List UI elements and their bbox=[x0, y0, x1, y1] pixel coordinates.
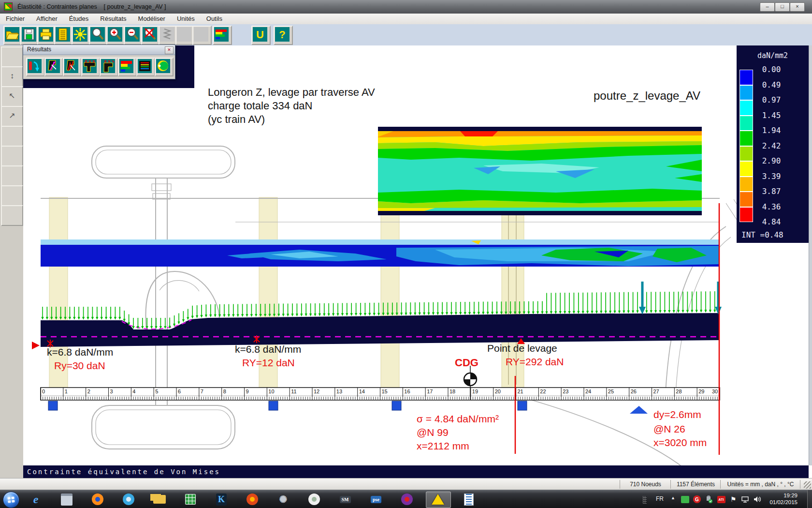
palette-mohr-circle-button[interactable] bbox=[155, 58, 174, 76]
tool-arrow-nw-button[interactable]: ↖ bbox=[1, 86, 23, 107]
palette-deformed-shape-button[interactable] bbox=[26, 58, 45, 76]
tool-6-button[interactable] bbox=[1, 146, 23, 166]
tray-icon-green-tool[interactable] bbox=[681, 495, 689, 504]
tray-expand-icon[interactable]: ▲ bbox=[671, 495, 675, 500]
toolbar-zoom-reset-button[interactable] bbox=[141, 26, 160, 45]
tray-icon-volume[interactable] bbox=[753, 495, 762, 504]
menu-unités[interactable]: Unités bbox=[171, 14, 201, 24]
toolbar-displacement-u-button[interactable]: U bbox=[251, 26, 271, 45]
tool-select-button[interactable] bbox=[1, 46, 23, 67]
tool-arrow-ne-button[interactable]: ↗ bbox=[1, 106, 23, 127]
taskbar-icon-settings-gear[interactable]: ✺ bbox=[273, 493, 294, 506]
taskbar-icon-k-app[interactable]: K bbox=[211, 493, 232, 506]
menu-études[interactable]: Études bbox=[63, 14, 94, 24]
legend-value-1: 0.49 bbox=[751, 80, 792, 90]
start-button[interactable] bbox=[3, 492, 19, 508]
taskbar-icon-red-app[interactable] bbox=[242, 493, 263, 506]
menu-modéliser[interactable]: Modéliser bbox=[132, 14, 171, 24]
toolbar-report-button[interactable] bbox=[54, 26, 73, 45]
taskbar-icon-writer-doc[interactable] bbox=[458, 493, 479, 506]
tray-icon-ati-catalyst[interactable]: ATI bbox=[717, 495, 725, 504]
toolbar-zoom-button[interactable] bbox=[89, 26, 108, 45]
toolbar-help-button[interactable]: ? bbox=[274, 26, 293, 45]
menu-afficher[interactable]: Afficher bbox=[30, 14, 63, 24]
palette-reactions-shape-button[interactable] bbox=[100, 58, 118, 76]
stress-note-2: @N 99 bbox=[417, 427, 449, 438]
results-palette-close-icon[interactable]: ✕ bbox=[165, 46, 174, 54]
scrollbar[interactable] bbox=[809, 45, 812, 465]
minimize-button[interactable]: – bbox=[760, 2, 775, 12]
taskbar-icon-media-purple[interactable] bbox=[396, 493, 418, 506]
tray-icon-usb-eject[interactable] bbox=[705, 495, 713, 504]
spring-mid-reaction-label: RY=12 daN bbox=[242, 357, 295, 369]
palette-stress-arrows-button[interactable] bbox=[63, 58, 82, 76]
zoom-out-icon bbox=[125, 27, 140, 42]
toolbar-color-scale-button[interactable] bbox=[213, 26, 232, 45]
tool-5-button[interactable] bbox=[1, 126, 23, 147]
taskbar-icon-messenger[interactable] bbox=[118, 493, 139, 506]
toolbar-blank-2-button bbox=[192, 26, 212, 45]
resize-grip[interactable] bbox=[804, 481, 811, 489]
toolbar-zoom-in-button[interactable] bbox=[106, 26, 126, 45]
close-button[interactable]: × bbox=[790, 2, 805, 12]
menu-bar: FichierAfficherÉtudesRésultatsModéliserU… bbox=[0, 14, 812, 25]
toolbar-open-button[interactable] bbox=[3, 26, 23, 45]
mohr-circle-icon bbox=[156, 59, 170, 73]
legend-value-10: 4.84 bbox=[751, 217, 792, 226]
toolbar-save-button[interactable] bbox=[20, 26, 40, 45]
plot-canvas[interactable] bbox=[23, 45, 809, 465]
taskbar: FR ▲ GATI⚑ 19:29 01/02/2015 eK✺SMpse bbox=[0, 490, 812, 508]
results-palette-titlebar[interactable]: Résultats ✕ bbox=[23, 45, 175, 55]
palette-reactions-top-button[interactable] bbox=[81, 58, 100, 76]
tool-7-button[interactable] bbox=[1, 165, 23, 186]
title-bar: Élasticité : Contraintes planes [ poutre… bbox=[0, 0, 812, 14]
tool-pan-vertical-button[interactable]: ↕ bbox=[1, 66, 23, 87]
tool-9-button[interactable] bbox=[1, 205, 23, 226]
report-icon bbox=[56, 27, 70, 42]
svg-text:?: ? bbox=[279, 29, 285, 41]
spring-mid-k-label: k=6.8 daN/mm bbox=[235, 344, 301, 355]
note-line-2: charge totale 334 daN bbox=[208, 100, 313, 112]
legend-footer: INT =0.48 bbox=[741, 230, 783, 239]
taskbar-clock[interactable]: 19:29 01/02/2015 bbox=[763, 492, 798, 506]
help-icon: ? bbox=[275, 27, 290, 42]
palette-principal-stress-vectors-button[interactable] bbox=[44, 58, 63, 76]
taskbar-icon-file-explorer[interactable] bbox=[56, 493, 77, 506]
taskbar-icon-spreadsheet[interactable] bbox=[180, 493, 201, 506]
disp-note-3: x=3020 mm bbox=[653, 437, 707, 448]
taskbar-icon-elasticite-active[interactable] bbox=[427, 493, 449, 506]
plot-title: poutre_z_levage_AV bbox=[594, 89, 700, 103]
tray-icon-network[interactable] bbox=[741, 495, 750, 504]
taskbar-icon-folder-yellow[interactable] bbox=[149, 493, 170, 506]
language-indicator[interactable]: FR bbox=[656, 495, 664, 502]
taskbar-icon-pse-app[interactable]: pse bbox=[365, 493, 387, 506]
status-cell-2: 1157 Éléments bbox=[670, 480, 721, 489]
tray-grip bbox=[643, 496, 647, 504]
menu-fichier[interactable]: Fichier bbox=[0, 14, 30, 24]
results-palette-title: Résultats bbox=[27, 46, 51, 53]
taskbar-icon-dove-app[interactable] bbox=[304, 493, 325, 506]
zoom-reset-icon bbox=[143, 27, 157, 42]
menu-outils[interactable]: Outils bbox=[201, 14, 228, 24]
toolbar-print-button[interactable] bbox=[37, 26, 57, 45]
maximize-button[interactable]: □ bbox=[775, 2, 790, 12]
show-desktop-button[interactable] bbox=[807, 490, 812, 508]
taskbar-icon-internet-explorer[interactable]: e bbox=[25, 493, 46, 506]
taskbar-icon-media-player[interactable] bbox=[87, 493, 108, 506]
spring-front-k-label: k=6.8 daN/mm bbox=[47, 346, 113, 358]
toolbar-light-button[interactable] bbox=[72, 26, 91, 45]
palette-contour-lines-button[interactable] bbox=[136, 58, 155, 76]
tray-icon-gdata-shield[interactable]: G bbox=[693, 495, 701, 504]
palette-filled-contours-button[interactable] bbox=[118, 58, 137, 76]
stress-note-3: x=2112 mm bbox=[417, 440, 469, 452]
toolbar-zoom-out-button[interactable] bbox=[124, 26, 143, 45]
tool-8-button[interactable] bbox=[1, 185, 23, 206]
disp-note-1: dy=2.6mm bbox=[653, 409, 701, 420]
status-bar: 710 Noeuds1157 ÉlémentsUnités = mm , daN… bbox=[0, 478, 812, 490]
screen: Élasticité : Contraintes planes [ poutre… bbox=[0, 0, 812, 508]
clock-time: 19:29 bbox=[763, 492, 798, 499]
taskbar-icon-sm-app[interactable]: SM bbox=[334, 493, 356, 506]
tray-icon-action-center-flag[interactable]: ⚑ bbox=[729, 495, 738, 504]
menu-résultats[interactable]: Résultats bbox=[94, 14, 132, 24]
legend-value-6: 2.90 bbox=[751, 156, 792, 165]
